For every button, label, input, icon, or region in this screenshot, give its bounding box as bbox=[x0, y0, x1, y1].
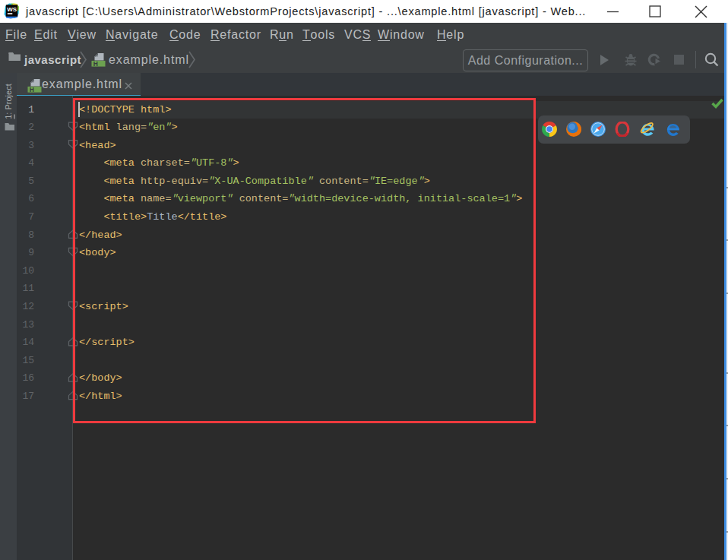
svg-text:WS: WS bbox=[7, 6, 17, 13]
